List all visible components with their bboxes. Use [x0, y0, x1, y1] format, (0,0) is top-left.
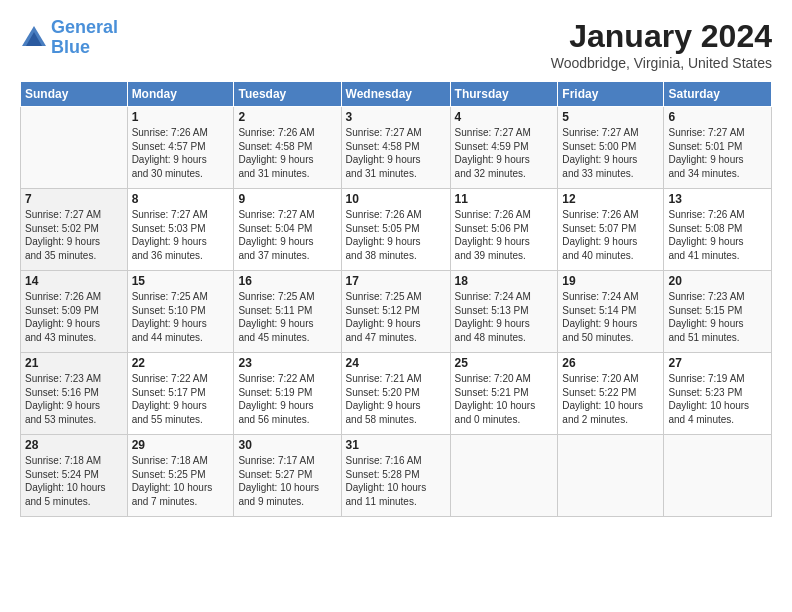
- day-number: 14: [25, 274, 123, 288]
- day-info: Sunrise: 7:16 AM Sunset: 5:28 PM Dayligh…: [346, 454, 446, 508]
- week-row-2: 14Sunrise: 7:26 AM Sunset: 5:09 PM Dayli…: [21, 271, 772, 353]
- day-number: 8: [132, 192, 230, 206]
- day-info: Sunrise: 7:17 AM Sunset: 5:27 PM Dayligh…: [238, 454, 336, 508]
- day-header-thursday: Thursday: [450, 82, 558, 107]
- day-number: 20: [668, 274, 767, 288]
- week-row-0: 1Sunrise: 7:26 AM Sunset: 4:57 PM Daylig…: [21, 107, 772, 189]
- day-cell: 20Sunrise: 7:23 AM Sunset: 5:15 PM Dayli…: [664, 271, 772, 353]
- day-cell: 25Sunrise: 7:20 AM Sunset: 5:21 PM Dayli…: [450, 353, 558, 435]
- day-number: 1: [132, 110, 230, 124]
- day-info: Sunrise: 7:27 AM Sunset: 4:59 PM Dayligh…: [455, 126, 554, 180]
- day-number: 24: [346, 356, 446, 370]
- day-number: 30: [238, 438, 336, 452]
- day-cell: 24Sunrise: 7:21 AM Sunset: 5:20 PM Dayli…: [341, 353, 450, 435]
- day-info: Sunrise: 7:25 AM Sunset: 5:11 PM Dayligh…: [238, 290, 336, 344]
- day-info: Sunrise: 7:18 AM Sunset: 5:25 PM Dayligh…: [132, 454, 230, 508]
- day-cell: [450, 435, 558, 517]
- day-cell: 16Sunrise: 7:25 AM Sunset: 5:11 PM Dayli…: [234, 271, 341, 353]
- day-info: Sunrise: 7:22 AM Sunset: 5:17 PM Dayligh…: [132, 372, 230, 426]
- day-number: 10: [346, 192, 446, 206]
- day-number: 22: [132, 356, 230, 370]
- day-info: Sunrise: 7:26 AM Sunset: 5:05 PM Dayligh…: [346, 208, 446, 262]
- day-cell: 13Sunrise: 7:26 AM Sunset: 5:08 PM Dayli…: [664, 189, 772, 271]
- day-cell: 6Sunrise: 7:27 AM Sunset: 5:01 PM Daylig…: [664, 107, 772, 189]
- day-info: Sunrise: 7:26 AM Sunset: 4:57 PM Dayligh…: [132, 126, 230, 180]
- day-cell: 22Sunrise: 7:22 AM Sunset: 5:17 PM Dayli…: [127, 353, 234, 435]
- day-info: Sunrise: 7:25 AM Sunset: 5:10 PM Dayligh…: [132, 290, 230, 344]
- day-number: 27: [668, 356, 767, 370]
- week-row-3: 21Sunrise: 7:23 AM Sunset: 5:16 PM Dayli…: [21, 353, 772, 435]
- day-info: Sunrise: 7:27 AM Sunset: 5:01 PM Dayligh…: [668, 126, 767, 180]
- day-number: 26: [562, 356, 659, 370]
- logo: General Blue: [20, 18, 118, 58]
- day-cell: 21Sunrise: 7:23 AM Sunset: 5:16 PM Dayli…: [21, 353, 128, 435]
- day-number: 18: [455, 274, 554, 288]
- header: General Blue January 2024 Woodbridge, Vi…: [20, 18, 772, 71]
- day-info: Sunrise: 7:26 AM Sunset: 4:58 PM Dayligh…: [238, 126, 336, 180]
- day-number: 19: [562, 274, 659, 288]
- day-cell: 28Sunrise: 7:18 AM Sunset: 5:24 PM Dayli…: [21, 435, 128, 517]
- day-number: 28: [25, 438, 123, 452]
- day-info: Sunrise: 7:27 AM Sunset: 5:00 PM Dayligh…: [562, 126, 659, 180]
- day-cell: 8Sunrise: 7:27 AM Sunset: 5:03 PM Daylig…: [127, 189, 234, 271]
- day-cell: 5Sunrise: 7:27 AM Sunset: 5:00 PM Daylig…: [558, 107, 664, 189]
- day-info: Sunrise: 7:20 AM Sunset: 5:22 PM Dayligh…: [562, 372, 659, 426]
- day-cell: 15Sunrise: 7:25 AM Sunset: 5:10 PM Dayli…: [127, 271, 234, 353]
- calendar-body: 1Sunrise: 7:26 AM Sunset: 4:57 PM Daylig…: [21, 107, 772, 517]
- day-info: Sunrise: 7:18 AM Sunset: 5:24 PM Dayligh…: [25, 454, 123, 508]
- day-number: 4: [455, 110, 554, 124]
- day-number: 12: [562, 192, 659, 206]
- logo-text: General Blue: [51, 18, 118, 58]
- logo-line2: Blue: [51, 37, 90, 57]
- day-header-monday: Monday: [127, 82, 234, 107]
- day-info: Sunrise: 7:24 AM Sunset: 5:14 PM Dayligh…: [562, 290, 659, 344]
- day-number: 16: [238, 274, 336, 288]
- day-cell: 2Sunrise: 7:26 AM Sunset: 4:58 PM Daylig…: [234, 107, 341, 189]
- day-number: 9: [238, 192, 336, 206]
- day-cell: 27Sunrise: 7:19 AM Sunset: 5:23 PM Dayli…: [664, 353, 772, 435]
- day-info: Sunrise: 7:24 AM Sunset: 5:13 PM Dayligh…: [455, 290, 554, 344]
- day-cell: [558, 435, 664, 517]
- day-info: Sunrise: 7:23 AM Sunset: 5:16 PM Dayligh…: [25, 372, 123, 426]
- day-info: Sunrise: 7:21 AM Sunset: 5:20 PM Dayligh…: [346, 372, 446, 426]
- day-number: 23: [238, 356, 336, 370]
- day-info: Sunrise: 7:23 AM Sunset: 5:15 PM Dayligh…: [668, 290, 767, 344]
- day-cell: 26Sunrise: 7:20 AM Sunset: 5:22 PM Dayli…: [558, 353, 664, 435]
- calendar: SundayMondayTuesdayWednesdayThursdayFrid…: [20, 81, 772, 517]
- day-cell: [664, 435, 772, 517]
- day-header-wednesday: Wednesday: [341, 82, 450, 107]
- day-info: Sunrise: 7:26 AM Sunset: 5:07 PM Dayligh…: [562, 208, 659, 262]
- day-cell: 18Sunrise: 7:24 AM Sunset: 5:13 PM Dayli…: [450, 271, 558, 353]
- title-area: January 2024 Woodbridge, Virginia, Unite…: [551, 18, 772, 71]
- day-number: 7: [25, 192, 123, 206]
- day-header-friday: Friday: [558, 82, 664, 107]
- day-cell: 17Sunrise: 7:25 AM Sunset: 5:12 PM Dayli…: [341, 271, 450, 353]
- day-cell: 3Sunrise: 7:27 AM Sunset: 4:58 PM Daylig…: [341, 107, 450, 189]
- day-number: 17: [346, 274, 446, 288]
- day-number: 3: [346, 110, 446, 124]
- day-cell: 10Sunrise: 7:26 AM Sunset: 5:05 PM Dayli…: [341, 189, 450, 271]
- day-number: 6: [668, 110, 767, 124]
- day-number: 29: [132, 438, 230, 452]
- logo-icon: [20, 24, 48, 52]
- day-cell: 19Sunrise: 7:24 AM Sunset: 5:14 PM Dayli…: [558, 271, 664, 353]
- week-row-4: 28Sunrise: 7:18 AM Sunset: 5:24 PM Dayli…: [21, 435, 772, 517]
- day-info: Sunrise: 7:27 AM Sunset: 5:04 PM Dayligh…: [238, 208, 336, 262]
- week-row-1: 7Sunrise: 7:27 AM Sunset: 5:02 PM Daylig…: [21, 189, 772, 271]
- day-cell: 31Sunrise: 7:16 AM Sunset: 5:28 PM Dayli…: [341, 435, 450, 517]
- day-number: 15: [132, 274, 230, 288]
- day-cell: 7Sunrise: 7:27 AM Sunset: 5:02 PM Daylig…: [21, 189, 128, 271]
- day-info: Sunrise: 7:19 AM Sunset: 5:23 PM Dayligh…: [668, 372, 767, 426]
- calendar-header: SundayMondayTuesdayWednesdayThursdayFrid…: [21, 82, 772, 107]
- day-number: 25: [455, 356, 554, 370]
- day-number: 21: [25, 356, 123, 370]
- day-number: 5: [562, 110, 659, 124]
- day-number: 13: [668, 192, 767, 206]
- day-header-sunday: Sunday: [21, 82, 128, 107]
- day-header-saturday: Saturday: [664, 82, 772, 107]
- day-cell: 12Sunrise: 7:26 AM Sunset: 5:07 PM Dayli…: [558, 189, 664, 271]
- day-info: Sunrise: 7:27 AM Sunset: 5:02 PM Dayligh…: [25, 208, 123, 262]
- logo-line1: General: [51, 17, 118, 37]
- day-cell: [21, 107, 128, 189]
- day-number: 31: [346, 438, 446, 452]
